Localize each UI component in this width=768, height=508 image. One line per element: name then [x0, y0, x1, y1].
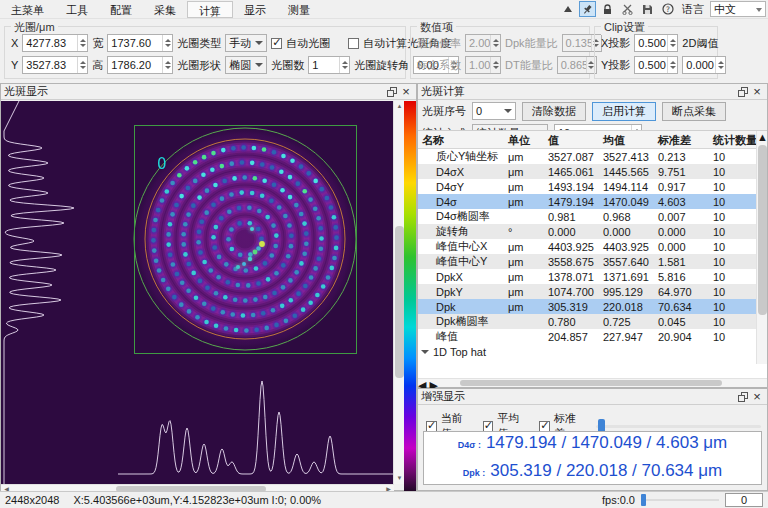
cell-value: 1493.194 — [546, 180, 601, 194]
yproj-spinner[interactable]: 0.500 — [634, 56, 678, 74]
cell-std: 0.045 — [656, 315, 711, 329]
cell-value: 4403.925 — [546, 240, 601, 254]
table-row[interactable]: D4σ椭圆率0.9810.9680.00710 — [418, 209, 767, 224]
float-icon[interactable] — [736, 390, 750, 403]
table-row[interactable]: 旋转角°0.0000.0000.00010 — [418, 224, 767, 239]
auto-aperture-checkbox[interactable]: 自动光圈 — [271, 36, 330, 51]
cell-std: 9.751 — [656, 165, 711, 179]
table-row[interactable]: D4σμm1479.1941470.0494.60310 — [418, 194, 767, 209]
fps-slider[interactable] — [641, 494, 719, 506]
cell-value: 0.780 — [546, 315, 601, 329]
cell-mean: 227.947 — [601, 330, 656, 344]
dpk-label: Dpk : — [463, 461, 486, 486]
table-row[interactable]: DpkYμm1074.700995.12964.97010 — [418, 284, 767, 299]
float-icon[interactable] — [736, 85, 750, 98]
table-row[interactable]: Dpk椭圆率0.7800.7250.04510 — [418, 314, 767, 329]
toolbar: 光圈/μm X 4277.83 宽 1737.60 光圈类型 手动 自动光圈 自… — [0, 19, 768, 83]
menu-item-4[interactable]: 计算 — [187, 1, 233, 18]
table-vertical-scrollbar[interactable]: ▲ ▼ — [756, 131, 767, 364]
height-spinner[interactable]: 1786.20 — [107, 56, 173, 74]
cell-value: 3558.675 — [546, 255, 601, 269]
cell-std: 1.581 — [656, 255, 711, 269]
cell-count: 10 — [711, 255, 756, 269]
menu-bar: 主菜单工具配置采集计算显示测量 ? 语言 中文 — [0, 0, 768, 19]
status-bar: 2448x2048 X:5.403566e+03um,Y:4.152823e+0… — [0, 491, 768, 508]
menu-item-1[interactable]: 工具 — [55, 1, 99, 18]
clear-data-button[interactable]: 清除数据 — [522, 102, 586, 121]
xproj-spinner[interactable]: 0.500 — [634, 34, 678, 52]
menu-item-0[interactable]: 主菜单 — [0, 1, 55, 18]
beam-canvas[interactable] — [1, 101, 393, 484]
width-spinner[interactable]: 1737.60 — [107, 34, 173, 52]
table-row[interactable]: 峰值204.857227.94720.90410 — [418, 329, 767, 344]
save-icon[interactable] — [639, 1, 656, 17]
pin-icon[interactable] — [579, 1, 596, 17]
table-horizontal-scrollbar[interactable]: ◀ ▶ — [418, 378, 767, 387]
language-dropdown[interactable]: 中文 — [710, 1, 766, 17]
aperture-group: 光圈/μm X 4277.83 宽 1737.60 光圈类型 手动 自动光圈 自… — [4, 26, 406, 79]
table-row[interactable]: D4σXμm1465.0611445.5659.75110 — [418, 164, 767, 179]
status-bar-right: fps:0.0 0 — [602, 493, 763, 507]
menu-item-2[interactable]: 配置 — [99, 1, 143, 18]
cell-value: 204.857 — [546, 330, 601, 344]
x-spinner[interactable]: 4277.83 — [22, 34, 88, 52]
y-spinner[interactable]: 3527.83 — [22, 56, 88, 74]
scrollbar-thumb[interactable] — [460, 380, 722, 386]
enable-calc-button[interactable]: 启用计算 — [592, 102, 656, 121]
aperture-type-dropdown[interactable]: 手动 — [225, 34, 267, 52]
menu-bar-right: ? 语言 中文 — [559, 1, 766, 17]
cell-mean: 4403.925 — [601, 240, 656, 254]
menu-items: 主菜单工具配置采集计算显示测量 — [0, 1, 321, 18]
cell-count: 10 — [711, 315, 756, 329]
cell-value: 0.981 — [546, 210, 601, 224]
cell-mean: 3527.413 — [601, 150, 656, 164]
header-std: 标准差 — [656, 131, 711, 148]
lock-icon[interactable] — [599, 1, 616, 17]
table-row[interactable]: Dpkμm305.319220.01870.63410 — [418, 299, 767, 314]
breakpoint-button[interactable]: 断点采集 — [662, 102, 726, 121]
language-label: 语言 — [679, 2, 707, 17]
menu-item-6[interactable]: 测量 — [277, 1, 321, 18]
help-icon[interactable]: ? — [659, 1, 676, 17]
cell-std: 0.007 — [656, 210, 711, 224]
d4sigma-label: D4σ : — [458, 433, 481, 458]
xproj-label: X投影 — [601, 36, 630, 51]
cell-mean: 220.018 — [601, 300, 656, 314]
close-icon[interactable]: × — [750, 390, 764, 403]
close-icon[interactable]: × — [750, 85, 764, 98]
float-icon[interactable] — [385, 85, 399, 98]
cursor-coords-text: X:5.403566e+03um,Y:4.152823e+03um I:0; 0… — [73, 494, 321, 506]
dt-energy-label: DT能量比 — [505, 58, 553, 73]
menu-item-3[interactable]: 采集 — [143, 1, 187, 18]
table-row[interactable]: DpkXμm1378.0711371.6915.81610 — [418, 269, 767, 284]
dpk-values: 305.319 / 220.018 / 70.634 μm — [490, 458, 722, 483]
spot-seq-label: 光斑序号 — [422, 104, 466, 119]
calibration-spinner: 1.00 — [465, 56, 501, 74]
table-row[interactable]: D4σYμm1493.1941494.1140.91710 — [418, 179, 767, 194]
clip-group-title: Clip设置 — [601, 20, 648, 35]
threshold-spinner[interactable]: 0.000 — [682, 56, 726, 74]
scrollbar-thumb[interactable] — [395, 226, 404, 378]
cell-value: 3527.087 — [546, 150, 601, 164]
aperture-count-spinner[interactable]: 1 — [308, 56, 350, 74]
close-icon[interactable]: × — [399, 85, 413, 98]
cell-name: D4σX — [418, 165, 506, 179]
scroll-up-icon[interactable]: ▲ — [757, 131, 768, 143]
cell-count: 10 — [711, 150, 756, 164]
spot-seq-dropdown[interactable]: 0 — [472, 102, 516, 120]
table-row[interactable]: 质心Y轴坐标μm3527.0873527.4130.21310 — [418, 149, 767, 164]
cell-unit: μm — [506, 240, 546, 254]
spot-calc-panel: 光斑计算 × 光斑序号 0 清除数据 启用计算 断点采集 统计方式 统计数量 1… — [417, 83, 768, 388]
cut-icon[interactable] — [619, 1, 636, 17]
slider-handle[interactable] — [641, 494, 646, 506]
table-row[interactable]: 峰值中心Xμm4403.9254403.9250.00010 — [418, 239, 767, 254]
cell-value: 1074.700 — [546, 285, 601, 299]
header-value: 值 — [546, 131, 601, 148]
menu-item-5[interactable]: 显示 — [233, 1, 277, 18]
display-vertical-scrollbar[interactable]: ▲ ▼ — [393, 101, 404, 484]
collapse-icon[interactable] — [559, 1, 576, 17]
aperture-shape-dropdown[interactable]: 椭圆 — [225, 56, 267, 74]
scrollbar-thumb[interactable] — [758, 145, 767, 315]
table-row[interactable]: 峰值中心Yμm3558.6753557.6401.58110 — [418, 254, 767, 269]
group-row-1d-tophat[interactable]: 1D Top hat — [418, 345, 756, 359]
